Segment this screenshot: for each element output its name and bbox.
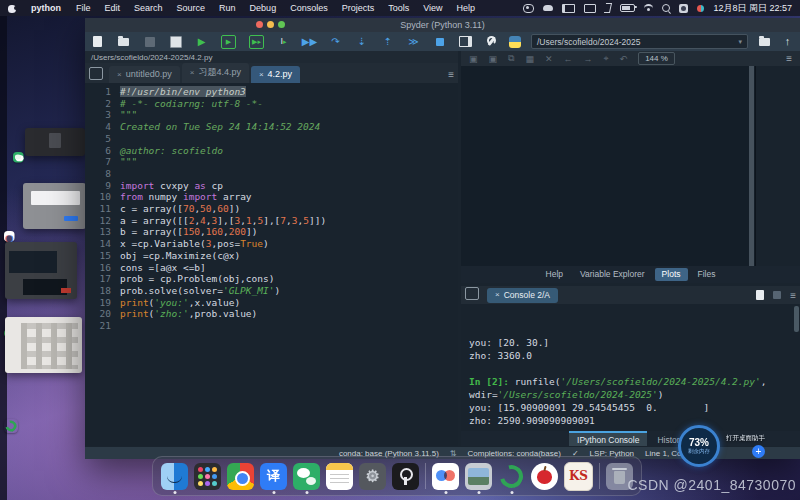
menubar-item-search[interactable]: Search: [134, 3, 163, 13]
code-line[interactable]: 19print('you:',x.value): [85, 297, 458, 309]
pane-tab-plots[interactable]: Plots: [655, 268, 688, 281]
wifi-icon[interactable]: [644, 4, 653, 13]
plots-next-button[interactable]: →: [584, 54, 593, 64]
browse-tabs-icon[interactable]: [89, 67, 103, 80]
search-icon[interactable]: [662, 4, 670, 12]
editor-tab-untitled0.py[interactable]: ×untitled0.py: [109, 66, 180, 83]
close-tab-icon[interactable]: ×: [117, 70, 122, 79]
close-tab-icon[interactable]: ×: [259, 70, 264, 79]
code-line[interactable]: 9import cvxpy as cp: [85, 180, 458, 192]
code-line[interactable]: 12a = array([[2,4,3],[3,1,5],[7,3,5]]): [85, 215, 458, 227]
preview-icon[interactable]: [465, 463, 492, 490]
bottom-tab-ipython-console[interactable]: IPython Console: [569, 431, 647, 446]
plots-scrollbar[interactable]: [749, 66, 754, 266]
code-line[interactable]: 20print('zho:',prob.value): [85, 308, 458, 320]
green-ring-icon[interactable]: [498, 463, 525, 490]
menubar-item-consoles[interactable]: Consoles: [290, 3, 328, 13]
window-titlebar[interactable]: Spyder (Python 3.11): [85, 18, 800, 32]
run-cell-button[interactable]: ▶: [221, 35, 236, 49]
menubar-item-edit[interactable]: Edit: [105, 3, 121, 13]
screen-recording-icon[interactable]: [697, 5, 704, 12]
pane-tab-help[interactable]: Help: [539, 268, 570, 281]
minimized-window-dialog[interactable]: [23, 183, 86, 229]
wechat-icon[interactable]: [293, 463, 320, 490]
minimized-window-ide[interactable]: [5, 242, 77, 299]
editor-options-menu-icon[interactable]: ≡: [448, 69, 454, 80]
code-line[interactable]: 18prob.solve(solver='GLPK_MI'): [85, 285, 458, 297]
step-into-button[interactable]: ⇣: [355, 36, 368, 48]
console-tab[interactable]: × Console 2/A: [487, 288, 558, 303]
plots-close-button[interactable]: ✕: [545, 54, 553, 64]
plots-thumbnail-list[interactable]: [755, 66, 800, 266]
step-out-button[interactable]: ⇡: [381, 36, 394, 48]
menubar-item-file[interactable]: File: [76, 3, 91, 13]
pane-tab-files[interactable]: Files: [691, 268, 723, 281]
close-icon[interactable]: ×: [495, 290, 500, 299]
debug-file-button[interactable]: ▶▶: [303, 36, 316, 48]
assistant-add-button[interactable]: +: [752, 445, 765, 458]
plots-options-menu-icon[interactable]: ≡: [786, 53, 792, 64]
plots-zoom-in-button[interactable]: ⌖: [604, 53, 609, 64]
save-all-button[interactable]: [169, 36, 182, 48]
battery-icon[interactable]: [620, 4, 635, 12]
parent-directory-button[interactable]: ↑: [781, 36, 794, 48]
code-line[interactable]: 3""": [85, 109, 458, 121]
menubar-item-debug[interactable]: Debug: [250, 3, 277, 13]
browse-directory-button[interactable]: [758, 36, 771, 48]
minimized-window-wechat[interactable]: [25, 128, 85, 156]
code-line[interactable]: 4Created on Tue Sep 24 14:14:52 2024: [85, 121, 458, 133]
stop-debug-button[interactable]: [433, 36, 446, 48]
menubar-item-projects[interactable]: Projects: [342, 3, 375, 13]
plots-zoom-out-button[interactable]: ↶: [620, 54, 628, 64]
menubar-item-view[interactable]: View: [423, 3, 442, 13]
red-apple-icon[interactable]: [531, 463, 558, 490]
keychain-icon[interactable]: [392, 463, 419, 490]
menubar-item-source[interactable]: Source: [177, 3, 206, 13]
continue-execution-button[interactable]: ≫: [407, 36, 420, 48]
console-output[interactable]: you: [20. 30.]zho: 3360.0 In [2]: runfil…: [461, 304, 800, 431]
ks-app-icon[interactable]: KS: [564, 462, 593, 491]
new-file-button[interactable]: [91, 36, 104, 48]
code-line[interactable]: 6@author: scofieldo: [85, 145, 458, 157]
code-line[interactable]: 1#!/usr/bin/env python3: [85, 86, 458, 98]
apple-menu-icon[interactable]: [8, 4, 16, 13]
preferences-button[interactable]: [485, 36, 498, 48]
launchpad-icon[interactable]: [194, 463, 221, 490]
input-source-icon[interactable]: [679, 4, 688, 13]
system-settings-icon[interactable]: [359, 463, 386, 490]
assistant-label[interactable]: 打开桌面助手: [726, 434, 765, 443]
console-browse-tabs-icon[interactable]: [465, 287, 479, 300]
venn-circles-icon[interactable]: [432, 463, 459, 490]
code-line[interactable]: 8: [85, 168, 458, 180]
menubar-item-help[interactable]: Help: [457, 3, 476, 13]
code-editor[interactable]: 1#!/usr/bin/env python32# -*- codiarng: …: [85, 83, 458, 446]
code-line[interactable]: 5: [85, 133, 458, 145]
stage-manager-icon[interactable]: [562, 4, 575, 13]
code-line[interactable]: 21: [85, 320, 458, 332]
new-console-icon[interactable]: [756, 290, 764, 300]
code-line[interactable]: 16cons =[a@x <=b]: [85, 262, 458, 274]
code-line[interactable]: 11c = array([70,50,60]): [85, 203, 458, 215]
python-env-button[interactable]: [508, 36, 521, 48]
plots-save-button[interactable]: ▣: [469, 54, 478, 64]
editor-tab-习题4.4.py[interactable]: ×习题4.4.py: [182, 63, 249, 83]
open-file-button[interactable]: [117, 36, 130, 48]
save-button[interactable]: [143, 36, 156, 48]
interrupt-kernel-icon[interactable]: [773, 291, 781, 299]
minimized-window-grid[interactable]: [5, 317, 82, 373]
code-line[interactable]: 14x =cp.Variable(3,pos=True): [85, 238, 458, 250]
run-cell-advance-button[interactable]: ▶▸: [249, 35, 264, 49]
finder-icon[interactable]: [161, 463, 188, 490]
code-line[interactable]: 15obj =cp.Maximize(c@x): [85, 250, 458, 262]
chrome-icon[interactable]: [227, 463, 254, 490]
menubar-item-tools[interactable]: Tools: [388, 3, 409, 13]
code-line[interactable]: 7""": [85, 156, 458, 168]
translate-icon[interactable]: 译: [260, 463, 287, 490]
cloud-icon[interactable]: [543, 5, 553, 11]
menubar-item-run[interactable]: Run: [219, 3, 236, 13]
menubar-clock[interactable]: 12月8日 周日 22:57: [713, 2, 792, 15]
close-tab-icon[interactable]: ×: [190, 68, 195, 77]
console-scrollbar[interactable]: [794, 306, 799, 332]
plots-save-all-button[interactable]: ▣: [489, 54, 498, 64]
display-mirroring-icon[interactable]: [584, 4, 596, 13]
